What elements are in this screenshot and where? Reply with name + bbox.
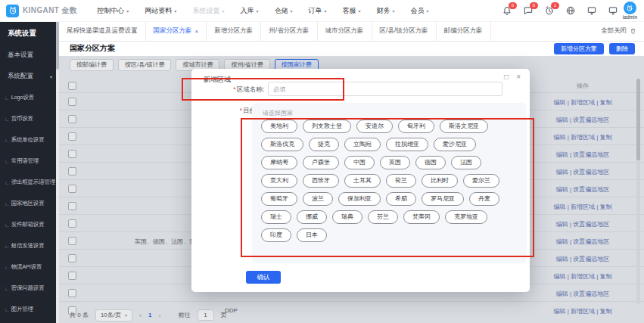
country-pill[interactable]: 克罗地亚 (445, 210, 487, 224)
country-pill[interactable]: 挪威 (297, 210, 327, 224)
page-size-select[interactable]: 10条/页 ▾ (95, 309, 132, 321)
row-checkbox[interactable] (68, 289, 76, 297)
country-pill[interactable]: 波兰 (303, 192, 333, 206)
country-pill[interactable]: 意大利 (261, 174, 297, 188)
country-pill[interactable]: 拉脱维亚 (386, 138, 428, 151)
sidebar-scrollbar[interactable] (56, 21, 59, 323)
nav-menu-item[interactable]: 客服▾ (342, 6, 360, 16)
row-checkbox[interactable] (68, 237, 76, 245)
subtab[interactable]: 按区/县/镇计费 (118, 59, 171, 71)
country-pill[interactable]: 列支敦士登 (303, 120, 351, 133)
row-checkbox[interactable] (68, 202, 76, 210)
tab-active[interactable]: 国家分区方案× (146, 21, 207, 41)
tab[interactable]: 城市分区方案 (318, 21, 372, 41)
country-pill[interactable]: 德国 (415, 156, 446, 169)
tab[interactable]: 区/县/镇分区方案 (372, 21, 437, 41)
nav-menu-item[interactable]: 仓储▾ (274, 6, 292, 16)
country-pill[interactable]: 斯洛文尼亚 (440, 120, 488, 133)
sidebar-item[interactable]: ∟常用语管理 (0, 151, 59, 172)
row-action-links[interactable]: 编辑 | 设置偏远地区 (521, 238, 644, 246)
country-pill[interactable]: 葡萄牙 (261, 192, 297, 206)
country-pill[interactable]: 捷克 (309, 138, 339, 151)
tab-close-icon[interactable]: × (195, 28, 199, 35)
row-checkbox[interactable] (68, 219, 76, 228)
country-pill[interactable]: 希腊 (386, 192, 416, 206)
tab[interactable]: 州/省分区方案 (261, 21, 317, 41)
message-icon[interactable]: 0 (523, 5, 534, 16)
tab[interactable]: 邮编分区方案 (437, 21, 491, 41)
sidebar-item[interactable]: 系统配置▾ (0, 66, 59, 87)
tab[interactable]: 尾程快递渠道及运费设置 (59, 21, 146, 41)
country-pill[interactable]: 罗马尼亚 (422, 192, 464, 206)
country-pill[interactable]: 瑞士 (261, 210, 291, 224)
sidebar-item[interactable]: ∟物流API设置 (0, 256, 59, 278)
goto-page-input[interactable] (198, 309, 214, 321)
sidebar-item[interactable]: ∟弹出框提示语管理 (0, 172, 59, 193)
bell-icon[interactable]: 0 (502, 5, 512, 16)
country-pill[interactable]: 爱沙尼亚 (434, 138, 476, 151)
row-action-links[interactable]: 编辑 | 新增区域 | 复制 (521, 272, 644, 281)
country-pill[interactable]: 爱尔兰 (463, 174, 499, 188)
table-scroll-thumb[interactable] (636, 79, 640, 160)
country-pill[interactable]: 比利时 (422, 174, 458, 188)
row-checkbox[interactable] (68, 167, 76, 175)
row-checkbox[interactable] (68, 150, 76, 158)
user-avatar-block[interactable]: iadmin (623, 2, 637, 20)
table-scrollbar[interactable] (636, 79, 640, 304)
country-pill[interactable]: 丹麦 (469, 192, 499, 206)
tab[interactable]: 新增分区方案 (207, 21, 261, 41)
country-pill[interactable]: 土耳其 (344, 174, 381, 188)
country-pill[interactable]: 立陶宛 (344, 138, 381, 151)
nav-menu-item[interactable]: 财务▾ (376, 6, 394, 16)
sidebar-item[interactable]: ∟密保问题设置 (0, 278, 59, 299)
country-pill[interactable]: 印度 (261, 228, 291, 242)
country-pill[interactable]: 西班牙 (303, 174, 339, 188)
minimize-icon[interactable]: □ (504, 73, 509, 82)
row-action-links[interactable]: 编辑 | 新增区域 | 复制 (521, 98, 644, 107)
nav-menu-item[interactable]: 会员▾ (410, 6, 428, 16)
row-action-links[interactable]: 编辑 | 设置偏远地区 (521, 168, 644, 176)
row-checkbox[interactable] (68, 98, 76, 106)
country-pill[interactable]: 梵蒂冈 (403, 210, 440, 224)
row-action-links[interactable]: 编辑 | 设置偏远地区 (521, 220, 644, 228)
new-zone-plan-button[interactable]: 新增分区方案 (554, 43, 604, 54)
close-icon[interactable]: × (516, 73, 521, 82)
row-checkbox[interactable] (68, 115, 76, 123)
select-all-checkbox[interactable] (68, 82, 76, 90)
nav-menu-item[interactable]: 入库▾ (240, 6, 258, 16)
close-all-tabs-button[interactable]: 全部关闭 (601, 21, 644, 41)
country-pill[interactable]: 英国 (380, 156, 410, 169)
row-action-links[interactable]: 编辑 | 设置偏远地区 (521, 255, 644, 263)
country-pill[interactable]: 中国 (344, 156, 375, 169)
country-pill[interactable]: 摩纳哥 (261, 156, 297, 169)
sidebar-item[interactable]: ∟发件邮箱设置 (0, 214, 59, 235)
confirm-button[interactable]: 确认 (246, 271, 281, 284)
nav-menu-item[interactable]: 网站资料▾ (145, 6, 176, 16)
brand-logo-icon[interactable] (6, 5, 19, 17)
country-pill[interactable]: 安道尔 (356, 120, 393, 133)
country-pill[interactable]: 斯洛伐克 (261, 138, 303, 151)
country-pill[interactable]: 芬兰 (368, 210, 398, 224)
sidebar-item[interactable]: ∟货币设置 (0, 108, 59, 129)
country-pill[interactable]: 日本 (297, 228, 327, 242)
row-action-links[interactable]: 编辑 | 新增区域 | 复制 (521, 203, 644, 211)
row-action-links[interactable]: 编辑 | 设置偏远地区 (521, 151, 644, 159)
sidebar-item[interactable]: ∟国家地区设置 (0, 193, 59, 214)
row-action-links[interactable]: 编辑 | 新增区域 | 复制 (521, 133, 644, 141)
sidebar-item[interactable]: ∟系统单位设置 (0, 129, 59, 151)
row-checkbox[interactable] (68, 272, 76, 280)
sidebar-scroll-thumb[interactable] (56, 21, 59, 70)
zone-name-input[interactable] (268, 82, 502, 96)
alarm-clock-icon[interactable]: 1 (544, 5, 555, 16)
row-action-links[interactable]: 编辑 | 设置偏远地区 (521, 116, 644, 124)
row-checkbox[interactable] (68, 254, 76, 262)
row-action-links[interactable]: 编辑 | 设置偏远地区 (521, 290, 644, 298)
delete-button[interactable]: 删除 (609, 43, 635, 54)
row-action-links[interactable]: 编辑 | 设置偏远地区 (521, 185, 644, 194)
country-pill[interactable]: 荷兰 (386, 174, 416, 188)
sidebar-item[interactable]: ∟图片管理 (0, 299, 59, 320)
country-pill[interactable]: 匈牙利 (398, 120, 434, 133)
nav-menu-item[interactable]: 系统设置▾ (192, 6, 224, 16)
nav-menu-item[interactable]: 订单▾ (308, 6, 326, 16)
monitor-icon[interactable] (586, 5, 597, 16)
